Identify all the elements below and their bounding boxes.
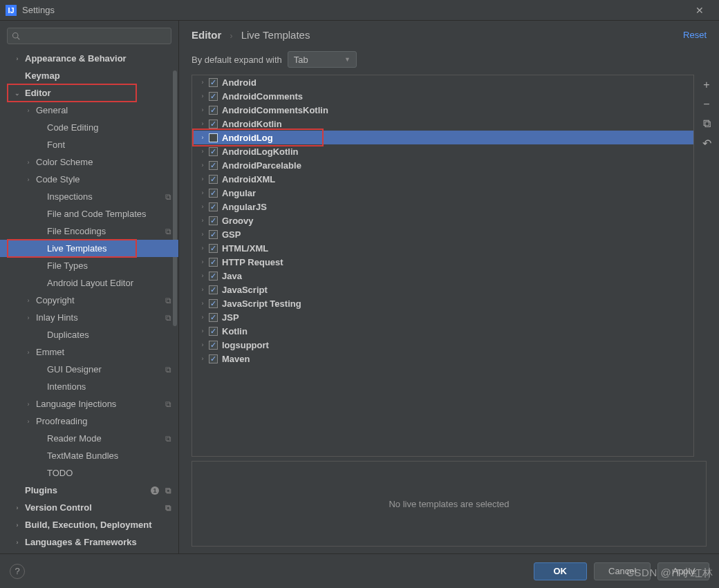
template-checkbox[interactable] (209, 285, 218, 294)
sidebar-item[interactable]: Plugins1⧉ (0, 482, 178, 499)
sidebar-item[interactable]: ⌄Editor (0, 84, 178, 102)
ok-button[interactable]: OK (534, 562, 588, 580)
sidebar-item[interactable]: TODO (0, 464, 178, 482)
template-group[interactable]: ›Maven (192, 352, 693, 366)
cancel-button[interactable]: Cancel (594, 562, 651, 580)
template-group[interactable]: ›logsupport (192, 338, 693, 352)
template-checkbox[interactable] (209, 230, 218, 239)
sidebar-item[interactable]: File and Code Templates (0, 205, 178, 222)
template-checkbox[interactable] (209, 327, 218, 336)
template-group[interactable]: ›HTTP Request (192, 255, 693, 269)
template-group[interactable]: ›AndroidLog (192, 131, 693, 144)
template-group[interactable]: ›AndroidLogKotlin (192, 144, 693, 158)
sidebar-item[interactable]: Duplicates (0, 326, 178, 343)
template-checkbox[interactable] (209, 202, 218, 211)
template-checkbox[interactable] (209, 120, 218, 129)
template-checkbox[interactable] (209, 341, 218, 350)
sidebar-item[interactable]: ›Language Injections⧉ (0, 395, 178, 412)
template-checkbox[interactable] (209, 354, 218, 363)
sidebar-item[interactable]: ›Inlay Hints⧉ (0, 309, 178, 326)
sidebar-item[interactable]: Keymap (0, 67, 178, 84)
chevron-icon: › (199, 272, 206, 279)
main-pane: Editor › Live Templates Reset By default… (179, 21, 719, 553)
sidebar-item-label: Emmet (36, 347, 64, 357)
breadcrumb-root[interactable]: Editor (192, 29, 221, 41)
sidebar-item[interactable]: ›Appearance & Behavior (0, 50, 178, 67)
settings-tree[interactable]: ›Appearance & BehaviorKeymap⌄Editor›Gene… (0, 50, 178, 553)
reset-link[interactable]: Reset (683, 30, 707, 40)
sidebar-item[interactable]: File Encodings⧉ (0, 222, 178, 240)
revert-button[interactable]: ↶ (699, 135, 714, 151)
template-group[interactable]: ›AndroidParcelable (192, 158, 693, 172)
template-group[interactable]: ›AndroidCommentsKotlin (192, 103, 693, 117)
template-checkbox[interactable] (209, 175, 218, 184)
template-checkbox[interactable] (209, 78, 218, 87)
sidebar-item[interactable]: GUI Designer⧉ (0, 361, 178, 378)
template-group[interactable]: ›GSP (192, 227, 693, 241)
template-group[interactable]: ›JavaScript Testing (192, 296, 693, 310)
chevron-icon: › (25, 159, 32, 166)
template-group[interactable]: ›JSP (192, 310, 693, 324)
sidebar-item-label: GUI Designer (47, 364, 102, 374)
sidebar-item[interactable]: Intentions (0, 378, 178, 395)
chevron-icon: › (25, 314, 32, 321)
sidebar-item[interactable]: ›Proofreading (0, 412, 178, 430)
template-checkbox[interactable] (209, 258, 218, 267)
close-button[interactable]: ✕ (686, 5, 713, 16)
update-badge: 1 (151, 486, 159, 495)
template-checkbox[interactable] (209, 161, 218, 170)
template-group[interactable]: ›Java (192, 269, 693, 283)
sidebar-item[interactable]: Android Layout Editor (0, 274, 178, 292)
copy-button[interactable]: ⧉ (699, 116, 714, 131)
search-input[interactable] (7, 28, 171, 44)
template-group[interactable]: ›AndroidXML (192, 172, 693, 186)
sidebar-item[interactable]: TextMate Bundles (0, 447, 178, 464)
sidebar-item[interactable]: Live Templates (0, 240, 178, 257)
template-group[interactable]: ›Angular (192, 186, 693, 200)
sidebar-item[interactable]: ›Emmet (0, 343, 178, 361)
chevron-icon: › (199, 258, 206, 265)
scope-icon: ⧉ (165, 486, 171, 495)
search-field[interactable] (23, 31, 167, 41)
sidebar-item[interactable]: ›Code Style (0, 171, 178, 188)
sidebar-item[interactable]: ›Copyright⧉ (0, 292, 178, 309)
sidebar-item[interactable]: ›General (0, 102, 178, 119)
sidebar-item[interactable]: Reader Mode⧉ (0, 430, 178, 447)
sidebar-item[interactable]: ›Color Scheme (0, 153, 178, 171)
template-group[interactable]: ›AndroidKotlin (192, 117, 693, 131)
template-checkbox[interactable] (209, 272, 218, 281)
template-group[interactable]: ›JavaScript (192, 283, 693, 296)
template-checkbox[interactable] (209, 133, 218, 142)
expand-select[interactable]: Tab ▼ (288, 51, 357, 68)
remove-button[interactable]: − (699, 97, 714, 112)
template-group[interactable]: ›HTML/XML (192, 241, 693, 255)
sidebar-item[interactable]: ›Build, Execution, Deployment (0, 516, 178, 533)
template-checkbox[interactable] (209, 244, 218, 253)
sidebar-item[interactable]: Code Editing (0, 119, 178, 136)
template-group[interactable]: ›Android (192, 75, 693, 89)
template-group[interactable]: ›AngularJS (192, 200, 693, 214)
chevron-icon: › (199, 106, 206, 113)
sidebar-item[interactable]: Inspections⧉ (0, 188, 178, 205)
template-label: Groovy (222, 216, 254, 226)
template-checkbox[interactable] (209, 313, 218, 322)
help-button[interactable]: ? (10, 564, 25, 579)
template-group[interactable]: ›Groovy (192, 214, 693, 227)
template-checkbox[interactable] (209, 147, 218, 156)
template-checkbox[interactable] (209, 216, 218, 225)
template-checkbox[interactable] (209, 299, 218, 308)
template-label: Angular (222, 188, 256, 198)
template-checkbox[interactable] (209, 92, 218, 101)
template-checkbox[interactable] (209, 189, 218, 198)
sidebar-item[interactable]: ›Languages & Frameworks (0, 533, 178, 551)
template-group[interactable]: ›Kotlin (192, 324, 693, 338)
template-checkbox[interactable] (209, 106, 218, 115)
sidebar-item[interactable]: ›Version Control⧉ (0, 499, 178, 516)
apply-button[interactable]: Apply (657, 562, 709, 580)
sidebar-item[interactable]: Font (0, 136, 178, 153)
template-group[interactable]: ›AndroidComments (192, 89, 693, 103)
template-list[interactable]: ›Android›AndroidComments›AndroidComments… (192, 75, 694, 457)
sidebar-item[interactable]: File Types (0, 257, 178, 274)
add-button[interactable]: + (699, 77, 714, 93)
chevron-icon: › (199, 148, 206, 155)
